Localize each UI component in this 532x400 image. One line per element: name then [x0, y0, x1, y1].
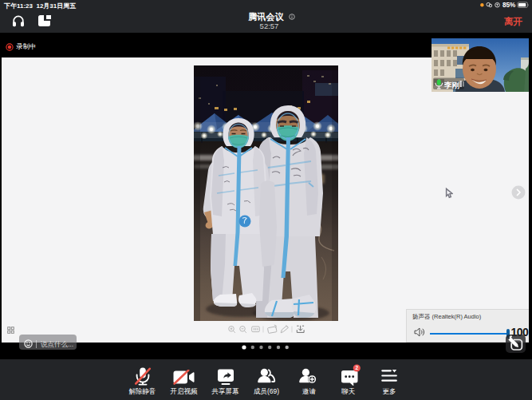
- svg-text:李刚: 李刚: [443, 81, 460, 89]
- svg-text:2: 2: [355, 365, 358, 370]
- svg-text:85%: 85%: [502, 2, 516, 9]
